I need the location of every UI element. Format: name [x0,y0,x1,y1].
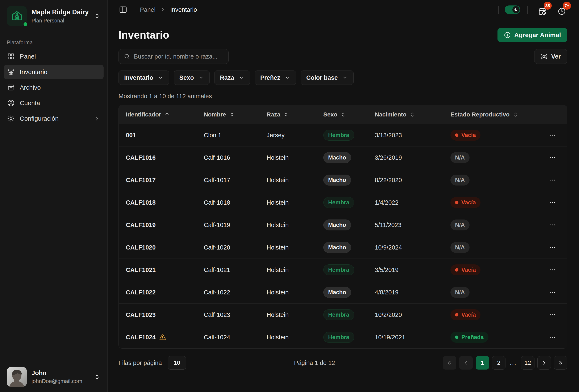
sidebar-item-panel[interactable]: Panel [4,49,104,63]
main: Panel Inventario 38 7+ Inventario [108,0,579,392]
animal-id: CALF1019 [126,222,156,228]
table-row[interactable]: CALF1020 Calf-1020 Holstein Macho 10/9/2… [119,236,567,259]
sidebar-item-configuracion[interactable]: Configuración [4,112,104,126]
column-header-sexo[interactable]: Sexo [323,111,375,118]
sidebar-toggle-button[interactable] [119,5,128,14]
column-header-raza[interactable]: Raza [267,111,323,118]
reproductive-status-badge: N/A [450,220,470,230]
animal-breed: Holstein [267,244,323,251]
reproductive-status-badge: N/A [450,152,470,163]
page-button-12[interactable]: 12 [521,356,534,370]
table-row[interactable]: CALF1023 Calf-1023 Holstein Hembra 10/2/… [119,303,567,326]
row-actions-button[interactable] [547,243,558,252]
plus-circle-icon [504,31,511,39]
table-row[interactable]: CALF1017 Calf-1017 Holstein Macho 8/22/2… [119,169,567,191]
row-actions-button[interactable] [547,198,558,207]
table-row[interactable]: CALF1024 Calf-1024 Holstein Hembra 10/19… [119,326,567,348]
birth-date: 8/22/2020 [375,177,450,184]
ellipsis-icon [549,199,556,206]
row-actions-button[interactable] [547,265,558,275]
panel-left-icon [119,5,127,14]
page-button-1[interactable]: 1 [476,356,489,370]
sidebar-item-archivo[interactable]: Archivo [4,80,104,95]
chevron-left-icon [463,360,469,366]
previous-page-button[interactable] [459,356,473,370]
column-header-nacimiento[interactable]: Nacimiento [375,111,450,118]
sidebar-item-cuenta[interactable]: Cuenta [4,96,104,110]
reproductive-status-badge: Vacía [450,197,481,208]
search-input[interactable] [134,53,223,60]
page-title: Inventario [119,29,169,41]
ellipsis-icon [549,244,556,251]
last-page-button[interactable] [554,356,567,370]
page-button-2[interactable]: 2 [492,356,506,370]
ellipsis-icon [549,154,556,161]
row-actions-button[interactable] [547,333,558,342]
ellipsis-icon [549,289,556,296]
animal-name: Calf-1020 [204,244,267,251]
breadcrumb: Panel Inventario [140,6,197,13]
birth-date: 3/5/2019 [375,267,450,274]
theme-toggle[interactable] [505,5,520,14]
double-chevron-left-icon [447,360,452,366]
breadcrumb-panel[interactable]: Panel [140,6,155,13]
animal-name: Calf-1019 [204,222,267,228]
history-notifications-button[interactable]: 7+ [558,3,567,16]
row-actions-button[interactable] [547,310,558,319]
table-row[interactable]: CALF1021 Calf-1021 Holstein Hembra 3/5/2… [119,259,567,281]
birth-date: 3/13/2023 [375,132,450,139]
chevron-down-icon [238,75,244,81]
filter-prenez[interactable]: Preñez [255,70,296,85]
column-header-estado-reproductivo[interactable]: Estado Reproductivo [450,111,539,118]
row-actions-button[interactable] [547,153,558,162]
table-row[interactable]: 001 Clon 1 Jersey Hembra 3/13/2023 Vacía [119,124,567,146]
search-icon [124,53,130,59]
filter-raza[interactable]: Raza [214,70,250,85]
animal-id: CALF1020 [126,244,156,251]
calendar-notifications-button[interactable]: 38 [538,3,548,16]
filter-sexo[interactable]: Sexo [174,70,210,85]
rows-per-page-select[interactable]: 10 [168,356,186,370]
birth-date: 3/26/2019 [375,154,450,161]
sidebar-item-label: Panel [20,53,36,60]
reproductive-status-badge: N/A [450,287,470,298]
table-row[interactable]: CALF1022 Calf-1022 Holstein Macho 4/8/20… [119,281,567,303]
row-actions-button[interactable] [547,130,558,140]
filter-inventario[interactable]: Inventario [119,70,169,85]
row-actions-button[interactable] [547,220,558,229]
sidebar-item-label: Cuenta [20,100,40,107]
chevron-down-icon [342,75,348,81]
column-header-nombre[interactable]: Nombre [204,111,267,118]
animal-breed: Holstein [267,222,323,228]
filter-color-base[interactable]: Color base [301,70,354,85]
warning-icon [159,334,166,341]
birth-date: 5/11/2023 [375,222,450,228]
first-page-button[interactable] [443,356,456,370]
table-row[interactable]: CALF1019 Calf-1019 Holstein Macho 5/11/2… [119,214,567,236]
next-page-button[interactable] [537,356,551,370]
table-row[interactable]: CALF1016 Calf-1016 Holstein Macho 3/26/2… [119,146,567,169]
column-header-identificador[interactable]: Identificador [119,111,204,118]
pagination: 1 2 ... 12 [443,356,567,370]
online-status-dot [23,21,28,27]
table-row[interactable]: CALF1018 Calf-1018 Holstein Hembra 1/4/2… [119,191,567,214]
animal-name: Calf-1017 [204,177,267,184]
row-actions-button[interactable] [547,175,558,185]
user-menu[interactable]: John johnDoe@gmail.com [0,365,107,387]
status-dot [455,201,458,204]
view-button[interactable]: Ver [534,49,567,64]
animal-id: CALF1023 [126,311,156,318]
sidebar-item-inventario[interactable]: Inventario [4,65,104,79]
animal-name: Calf-1016 [204,154,267,161]
org-switcher[interactable]: Maple Ridge Dairy Plan Personal [0,6,107,26]
animal-id: CALF1017 [126,177,156,184]
org-plan: Plan Personal [31,18,89,24]
sex-badge: Macho [323,242,351,253]
reproductive-status-badge: Vacía [450,309,481,320]
user-circle-icon [7,99,15,107]
add-animal-button[interactable]: Agregar Animal [498,28,567,42]
sex-badge: Macho [323,174,351,185]
row-actions-button[interactable] [547,288,558,297]
animal-name: Calf-1021 [204,267,267,274]
animal-id: CALF1018 [126,199,156,206]
